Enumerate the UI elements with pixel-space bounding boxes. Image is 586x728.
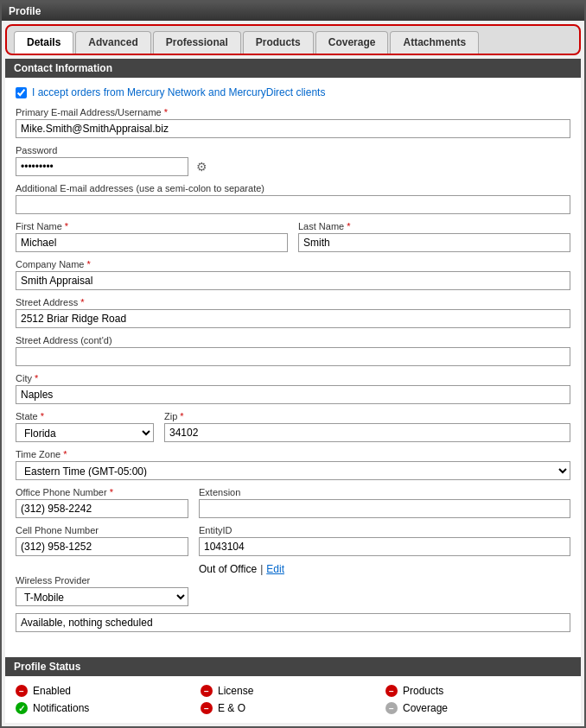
timezone-select[interactable]: Eastern Time (GMT-05:00) Central Time (G… [16,461,570,480]
tab-advanced[interactable]: Advanced [75,31,150,54]
street1-input[interactable] [16,309,570,328]
company-input[interactable] [16,271,570,290]
additional-email-input[interactable] [16,195,570,214]
tab-professional[interactable]: Professional [153,31,241,54]
tab-attachments[interactable]: Attachments [390,31,479,54]
password-group: Password ⚙ [16,145,570,176]
products-label: Products [403,685,443,697]
extension-group: Extension [199,487,570,518]
accept-orders-checkbox[interactable] [16,87,27,98]
state-col: State * Florida Alabama [16,411,154,449]
entity-id-input[interactable] [199,537,570,556]
wireless-group: Wireless Provider T-Mobile AT&T Verizon … [16,575,188,606]
last-name-input[interactable] [298,233,570,252]
additional-email-label: Additional E-mail addresses (use a semi-… [16,183,570,193]
enabled-label: Enabled [33,685,71,697]
accept-orders-label: I accept orders from Mercury Network and… [32,86,325,98]
office-phone-label: Office Phone Number * [16,487,188,497]
zip-group: Zip * [164,411,570,442]
status-area: − Enabled − License − Products ✓ Notific… [5,676,581,723]
profile-status-header: Profile Status [5,657,581,676]
wireless-label: Wireless Provider [16,575,188,586]
cell-phone-col: Cell Phone Number [16,525,188,575]
tab-details[interactable]: Details [14,31,73,54]
email-label: Primary E-mail Address/Username * [16,107,570,117]
wireless-select[interactable]: T-Mobile AT&T Verizon Sprint [16,587,188,606]
first-name-input[interactable] [16,233,288,252]
extension-label: Extension [199,487,570,497]
additional-email-group: Additional E-mail addresses (use a semi-… [16,183,570,214]
status-notifications: ✓ Notifications [16,702,201,714]
notifications-label: Notifications [33,702,89,714]
phone-row: Office Phone Number * Extension [16,487,570,525]
cell-phone-group: Cell Phone Number [16,525,188,556]
first-name-col: First Name * [16,221,288,259]
company-group: Company Name * [16,259,570,290]
street2-label: Street Address (cont'd) [16,335,570,345]
password-input[interactable] [16,157,188,176]
status-products: − Products [385,685,570,697]
status-license: − License [201,685,385,697]
status-enabled: − Enabled [16,685,201,697]
extension-col: Extension [199,487,570,525]
state-label: State * [16,411,154,421]
zip-input[interactable] [164,423,570,442]
eo-label: E & O [218,702,245,714]
wireless-row: Wireless Provider T-Mobile AT&T Verizon … [16,575,570,613]
office-phone-input[interactable] [16,499,188,518]
password-label: Password [16,145,570,155]
status-coverage: − Coverage [385,702,570,714]
entity-id-label: EntityID [199,525,570,535]
state-group: State * Florida Alabama [16,411,154,442]
tab-coverage[interactable]: Coverage [315,31,389,54]
first-name-group: First Name * [16,221,288,252]
title-bar: Profile [2,2,584,21]
timezone-label: Time Zone * [16,449,570,459]
oof-value-col [199,575,570,613]
first-name-label: First Name * [16,221,288,231]
oof-status-group [16,613,570,632]
contact-info-header: Contact Information [5,59,581,78]
office-phone-group: Office Phone Number * [16,487,188,518]
email-group: Primary E-mail Address/Username * [16,107,570,138]
coverage-label: Coverage [403,702,448,714]
out-of-office-row: Out of Office | Edit [199,563,570,575]
out-of-office-label: Out of Office [199,563,257,575]
enabled-icon: − [16,685,28,697]
state-select[interactable]: Florida Alabama [16,423,154,442]
timezone-group: Time Zone * Eastern Time (GMT-05:00) Cen… [16,449,570,480]
extension-input[interactable] [199,499,570,518]
gear-icon[interactable]: ⚙ [194,159,209,174]
street2-group: Street Address (cont'd) [16,335,570,366]
tab-products[interactable]: Products [243,31,314,54]
main-window: Profile Details Advanced Professional Pr… [0,0,586,728]
oof-status-input[interactable] [16,613,570,632]
name-row: First Name * Last Name * [16,221,570,259]
tabs-container: Details Advanced Professional Products C… [5,24,581,55]
cell-entity-row: Cell Phone Number EntityID Out of Office… [16,525,570,575]
coverage-icon: − [385,702,398,714]
separator: | [260,563,263,575]
entity-id-group: EntityID [199,525,570,556]
last-name-col: Last Name * [298,221,570,259]
edit-link[interactable]: Edit [266,563,284,575]
city-group: City * [16,373,570,404]
zip-label: Zip * [164,411,570,421]
last-name-group: Last Name * [298,221,570,252]
cell-phone-label: Cell Phone Number [16,525,188,535]
wireless-col: Wireless Provider T-Mobile AT&T Verizon … [16,575,188,613]
content-area: I accept orders from Mercury Network and… [5,78,581,657]
cell-phone-input[interactable] [16,537,188,556]
state-zip-row: State * Florida Alabama Zip * [16,411,570,449]
last-name-label: Last Name * [298,221,570,231]
license-label: License [218,685,253,697]
eo-icon: − [201,702,213,714]
accept-orders-row: I accept orders from Mercury Network and… [16,86,570,98]
window-title: Profile [9,5,41,17]
city-input[interactable] [16,385,570,404]
products-icon: − [385,685,398,697]
notifications-icon: ✓ [16,702,28,714]
street1-label: Street Address * [16,297,570,307]
street2-input[interactable] [16,347,570,366]
email-input[interactable] [16,119,570,138]
